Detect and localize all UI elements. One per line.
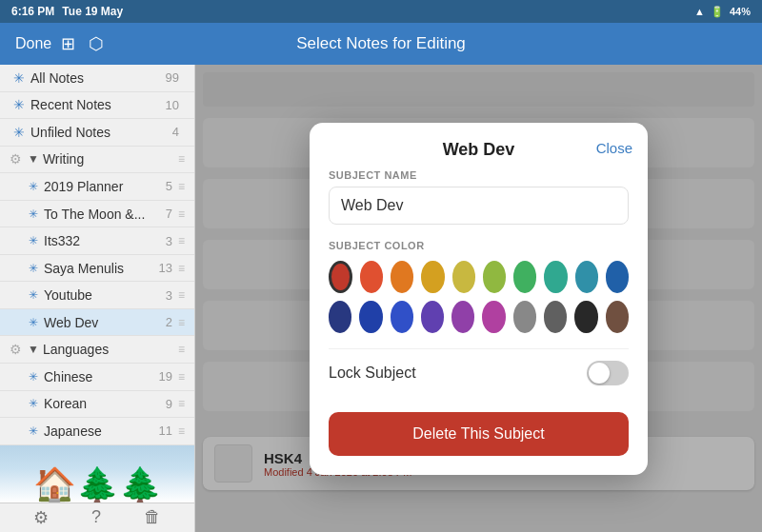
color-swatch-orange[interactable] bbox=[391, 261, 413, 293]
color-swatch-green[interactable] bbox=[513, 261, 536, 293]
korean-drag: ≡ bbox=[178, 397, 185, 410]
status-bar: 6:16 PM Tue 19 May ▲ 🔋 44% bbox=[0, 0, 762, 23]
youtube-drag: ≡ bbox=[178, 288, 185, 302]
color-swatch-purple[interactable] bbox=[421, 301, 444, 333]
modal-header: Web Dev Close bbox=[310, 123, 648, 169]
battery-percent: 44% bbox=[730, 6, 751, 17]
writing-group-header[interactable]: ⚙ ▼ Writing ≡ bbox=[0, 147, 194, 174]
color-swatch-amber[interactable] bbox=[421, 261, 444, 293]
color-grid bbox=[329, 261, 629, 333]
subject-edit-modal: Web Dev Close SUBJECT NAME SUBJECT COLOR bbox=[310, 123, 648, 475]
lock-toggle[interactable] bbox=[587, 361, 629, 385]
planner-icon: ✳ bbox=[29, 180, 38, 193]
japanese-icon: ✳ bbox=[29, 424, 38, 438]
battery-icon: 🔋 bbox=[711, 6, 724, 18]
writing-settings-icon: ⚙ bbox=[10, 151, 22, 167]
web-dev-icon: ✳ bbox=[29, 316, 38, 329]
unfiled-notes-count: 4 bbox=[172, 125, 179, 139]
sidebar-item-its332[interactable]: ✳ Its332 3 ≡ bbox=[0, 227, 194, 255]
korean-count: 9 bbox=[166, 397, 172, 411]
sidebar-item-saya-menulis[interactable]: ✳ Saya Menulis 13 ≡ bbox=[0, 255, 194, 283]
color-swatch-blue[interactable] bbox=[606, 261, 629, 293]
japanese-drag: ≡ bbox=[178, 424, 185, 438]
color-swatch-yellow-green[interactable] bbox=[483, 261, 506, 293]
writing-group-label: Writing bbox=[43, 151, 178, 167]
saya-count: 13 bbox=[159, 261, 172, 275]
subject-color-label: SUBJECT COLOR bbox=[329, 240, 629, 251]
color-swatch-magenta[interactable] bbox=[482, 301, 505, 333]
sidebar-item-web-dev[interactable]: ✳ Web Dev 2 ≡ bbox=[0, 309, 194, 337]
korean-icon: ✳ bbox=[29, 397, 38, 410]
its332-drag: ≡ bbox=[178, 234, 185, 247]
moon-label: To The Moon &... bbox=[44, 207, 166, 222]
all-notes-icon: ✳ bbox=[13, 70, 25, 86]
chinese-label: Chinese bbox=[44, 369, 159, 384]
sidebar-item-youtube[interactable]: ✳ Youtube 3 ≡ bbox=[0, 282, 194, 309]
japanese-label: Japanese bbox=[44, 424, 159, 439]
header-left: Done ⊞ ⬡ bbox=[15, 33, 104, 54]
delete-subject-button[interactable]: Delete This Subject bbox=[329, 412, 629, 456]
sidebar-item-chinese[interactable]: ✳ Chinese 19 ≡ bbox=[0, 364, 194, 391]
sidebar-item-all-notes[interactable]: ✳ All Notes 99 bbox=[0, 65, 194, 92]
color-swatch-indigo[interactable] bbox=[391, 301, 413, 333]
share-icon[interactable]: ⬡ bbox=[89, 33, 104, 54]
color-swatch-dark-gray[interactable] bbox=[544, 301, 567, 333]
korean-label: Korean bbox=[44, 396, 166, 411]
back-button[interactable]: Done bbox=[15, 35, 51, 52]
modal-title: Web Dev bbox=[443, 140, 515, 160]
its332-count: 3 bbox=[166, 234, 172, 248]
its332-label: Its332 bbox=[44, 233, 166, 248]
color-swatch-teal[interactable] bbox=[544, 261, 567, 293]
settings-bottom-icon[interactable]: ⚙ bbox=[33, 507, 49, 528]
unfiled-notes-label: Unfiled Notes bbox=[30, 125, 172, 140]
sidebar-item-moon[interactable]: ✳ To The Moon &... 7 ≡ bbox=[0, 201, 194, 228]
color-swatch-brown[interactable] bbox=[606, 301, 629, 333]
color-swatch-violet[interactable] bbox=[451, 301, 474, 333]
youtube-count: 3 bbox=[166, 288, 172, 303]
moon-icon: ✳ bbox=[29, 207, 38, 221]
sidebar-item-korean[interactable]: ✳ Korean 9 ≡ bbox=[0, 391, 194, 419]
saya-drag: ≡ bbox=[178, 262, 185, 275]
status-left: 6:16 PM Tue 19 May bbox=[11, 5, 123, 18]
color-row-2 bbox=[329, 301, 629, 333]
lock-label: Lock Subject bbox=[329, 365, 416, 382]
sidebar-item-unfiled-notes[interactable]: ✳ Unfiled Notes 4 bbox=[0, 119, 194, 147]
color-swatch-royal-blue[interactable] bbox=[359, 301, 382, 333]
moon-drag: ≡ bbox=[178, 207, 185, 221]
planner-count: 5 bbox=[166, 179, 172, 193]
sidebar-bottom: ⚙ ? 🗑 bbox=[0, 502, 194, 532]
help-bottom-icon[interactable]: ? bbox=[91, 507, 101, 527]
color-swatch-gray[interactable] bbox=[513, 301, 536, 333]
sidebar-item-japanese[interactable]: ✳ Japanese 11 ≡ bbox=[0, 418, 194, 445]
color-swatch-red-orange[interactable] bbox=[360, 261, 383, 293]
languages-group-header[interactable]: ⚙ ▼ Languages ≡ bbox=[0, 336, 194, 364]
color-swatch-black[interactable] bbox=[574, 301, 597, 333]
sidebar-item-recent-notes[interactable]: ✳ Recent Notes 10 bbox=[0, 92, 194, 120]
recent-notes-label: Recent Notes bbox=[30, 97, 166, 112]
modal-close-button[interactable]: Close bbox=[596, 140, 632, 156]
languages-drag-icon: ≡ bbox=[178, 343, 185, 356]
color-row-1 bbox=[329, 261, 629, 293]
all-notes-count: 99 bbox=[166, 70, 179, 85]
saya-icon: ✳ bbox=[29, 262, 38, 275]
grid-icon[interactable]: ⊞ bbox=[61, 33, 75, 54]
languages-toggle-icon: ▼ bbox=[28, 343, 39, 356]
web-dev-label: Web Dev bbox=[44, 315, 166, 330]
sidebar-winter-scene: 🏠🌲🌲 bbox=[0, 445, 194, 502]
color-swatch-cyan[interactable] bbox=[575, 261, 598, 293]
saya-label: Saya Menulis bbox=[44, 261, 159, 276]
planner-drag: ≡ bbox=[178, 180, 185, 193]
header-bar: Done ⊞ ⬡ Select Notes for Editing bbox=[0, 23, 762, 65]
web-dev-drag: ≡ bbox=[178, 316, 185, 329]
color-swatch-yellow[interactable] bbox=[452, 261, 475, 293]
moon-count: 7 bbox=[166, 207, 172, 221]
subject-name-input[interactable] bbox=[329, 187, 629, 225]
color-swatch-navy[interactable] bbox=[329, 301, 351, 333]
japanese-count: 11 bbox=[159, 424, 172, 438]
status-time: 6:16 PM bbox=[11, 5, 54, 18]
youtube-icon: ✳ bbox=[29, 288, 38, 302]
sidebar-item-2019-planner[interactable]: ✳ 2019 Planner 5 ≡ bbox=[0, 173, 194, 201]
color-swatch-red[interactable] bbox=[329, 261, 352, 293]
content-area: HSK4 Modified 4 Jan 2020 at 2:08 PM Web … bbox=[195, 65, 762, 532]
trash-bottom-icon[interactable]: 🗑 bbox=[144, 507, 161, 527]
